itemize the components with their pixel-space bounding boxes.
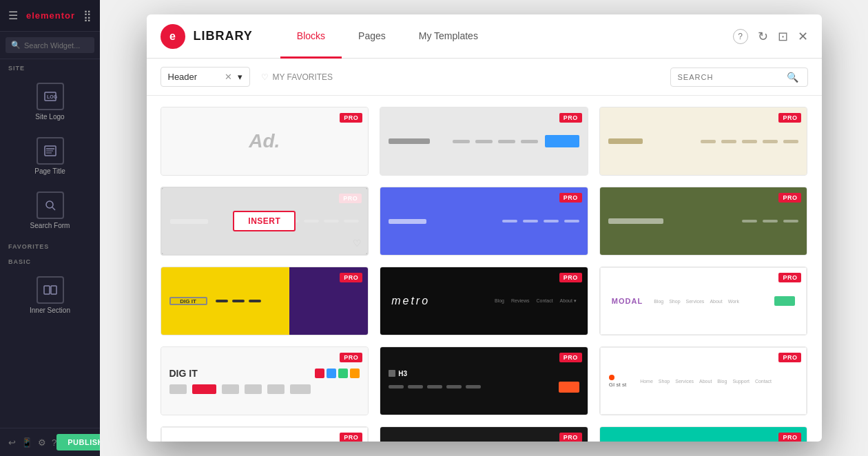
template-card-2-inner [380, 107, 588, 175]
template-card-13[interactable]: metro Blog Reviews Contact About [161, 426, 369, 442]
template-card-2[interactable]: PRO [380, 107, 588, 176]
pro-badge-13: PRO [340, 433, 362, 442]
pro-badge-7: PRO [340, 273, 362, 282]
template-visual-2 [380, 107, 588, 175]
inner-section-icon [37, 276, 64, 304]
modal-close-icon[interactable]: ✕ [798, 29, 808, 44]
template-card-7[interactable]: DIG IT PRO [161, 267, 369, 335]
page-title-icon [37, 137, 64, 165]
template-card-4[interactable]: INSERT ♡ PRO [161, 187, 369, 256]
template-card-3-inner [600, 107, 807, 175]
search-widget-container: 🔍 [6, 37, 94, 53]
template-card-6[interactable]: PRO [599, 187, 808, 256]
hamburger-icon[interactable]: ☰ [8, 9, 18, 22]
pro-badge-8: PRO [559, 273, 582, 282]
category-clear-icon[interactable]: ✕ [225, 72, 232, 82]
modal-toolbar: Header ✕ ▾ ♡ MY FAVORITES 🔍 [147, 59, 822, 96]
favorites-section-label: FAVORITES [0, 238, 100, 253]
modal-refresh-icon[interactable]: ↻ [758, 29, 768, 44]
pro-badge-6: PRO [778, 193, 801, 203]
sidebar-item-site-logo-label: Site Logo [35, 113, 64, 121]
sidebar-item-search-form[interactable]: Search Form [4, 185, 96, 236]
modal-logo-letter: e [169, 30, 176, 43]
modal-content: Header ✕ ▾ ♡ MY FAVORITES 🔍 [147, 59, 822, 442]
template-card-15[interactable]: ✦ MAGEIN Home Services Contact About [599, 426, 808, 442]
template-visual-14: Darkside 📍 1130 Dog Hill Lane +94 783 06… [380, 427, 588, 442]
templates-search-input[interactable] [678, 73, 781, 81]
templates-search-icon[interactable]: 🔍 [787, 72, 798, 83]
insert-overlay: INSERT [162, 188, 368, 254]
template-card-8-inner: metro Blog Reviews Contact About ▾ [380, 267, 588, 335]
template-card-10[interactable]: DIG IT [161, 346, 369, 415]
template-card-4-inner: INSERT ♡ [162, 188, 368, 254]
svg-line-7 [52, 207, 55, 210]
template-card-13-inner: metro Blog Reviews Contact About [161, 427, 369, 442]
sidebar-bottom-bar: ↩ 📱 ⚙ ? PUBLISH [0, 428, 100, 456]
template-card-1-inner: Ad. [161, 107, 369, 175]
template-card-3[interactable]: PRO [599, 107, 808, 176]
category-label: Header [168, 72, 198, 82]
sidebar-item-page-title-label: Page Title [34, 167, 65, 175]
pro-badge-2: PRO [559, 113, 582, 123]
template-card-5[interactable]: PRO [380, 187, 588, 256]
search-magnifier-icon: 🔍 [11, 41, 21, 50]
grid-icon[interactable]: ⣿ [83, 9, 92, 22]
sidebar-item-inner-section-label: Inner Section [30, 307, 70, 314]
library-modal: e LIBRARY Blocks Pages My Templates ? ↻ … [147, 14, 822, 442]
tab-blocks[interactable]: Blocks [280, 15, 342, 59]
pro-badge-15: PRO [778, 433, 801, 442]
category-chevron-icon[interactable]: ▾ [238, 72, 242, 82]
template-visual-10: DIG IT [161, 347, 369, 415]
help-icon[interactable]: ? [52, 437, 56, 448]
editor-area: e LIBRARY Blocks Pages My Templates ? ↻ … [100, 0, 868, 456]
category-dropdown[interactable]: Header ✕ ▾ [161, 67, 250, 87]
sidebar-top-bar: ☰ elementor ⣿ [0, 0, 100, 32]
history-icon[interactable]: ↩ [8, 437, 16, 448]
sidebar-item-page-title[interactable]: Page Title [4, 130, 96, 182]
sidebar-item-site-logo[interactable]: LOGO Site Logo [4, 76, 96, 127]
modal-tabs: Blocks Pages My Templates [280, 14, 733, 58]
svg-rect-9 [51, 286, 56, 294]
pro-badge-9: PRO [778, 273, 801, 282]
template-card-11-inner: H3 [380, 347, 588, 415]
template-visual-9: MODAL Blog Shop Services About Work [600, 267, 807, 335]
pro-badge-3: PRO [778, 113, 801, 123]
search-form-icon [37, 191, 64, 219]
template-card-11[interactable]: H3 [380, 346, 588, 415]
search-widget-input[interactable] [24, 41, 89, 50]
template-card-6-inner [600, 187, 807, 255]
site-logo-icon: LOGO [37, 83, 64, 110]
modal-help-icon[interactable]: ? [733, 29, 748, 44]
template-card-5-inner [380, 187, 588, 255]
template-visual-13: metro Blog Reviews Contact About [161, 427, 369, 442]
insert-button[interactable]: INSERT [233, 211, 296, 231]
modal-save-icon[interactable]: ⊡ [778, 29, 788, 44]
template-visual-12: GI st st Home Shop Services About Blog S… [600, 347, 807, 415]
template-card-14[interactable]: Darkside 📍 1130 Dog Hill Lane +94 783 06… [380, 426, 588, 442]
template-visual-8: metro Blog Reviews Contact About ▾ [380, 267, 588, 335]
pro-badge-11: PRO [559, 353, 582, 362]
pro-badge-1: PRO [340, 113, 362, 123]
template-card-9[interactable]: MODAL Blog Shop Services About Work [599, 267, 808, 335]
tab-pages[interactable]: Pages [342, 15, 402, 59]
tab-my-templates[interactable]: My Templates [402, 15, 495, 59]
template-card-14-inner: Darkside 📍 1130 Dog Hill Lane +94 783 06… [380, 427, 588, 442]
template-card-1[interactable]: Ad. PRO [161, 107, 369, 176]
pro-badge-5: PRO [559, 193, 582, 203]
template-visual-5 [380, 187, 588, 255]
favorites-link[interactable]: ♡ MY FAVORITES [261, 72, 333, 82]
search-box: 🔍 [670, 68, 808, 87]
template-visual-15: ✦ MAGEIN Home Services Contact About [600, 427, 807, 442]
template-card-15-inner: ✦ MAGEIN Home Services Contact About [600, 427, 807, 442]
template-card-8[interactable]: metro Blog Reviews Contact About ▾ PRO [380, 267, 588, 335]
sidebar-item-search-form-label: Search Form [30, 222, 70, 229]
sidebar-item-inner-section[interactable]: Inner Section [4, 269, 96, 321]
template-4-heart-icon[interactable]: ♡ [353, 238, 362, 249]
favorites-label: MY FAVORITES [273, 72, 333, 82]
template-card-12[interactable]: GI st st Home Shop Services About Blog S… [599, 346, 808, 415]
template-visual-1: Ad. [161, 107, 369, 175]
responsive-icon[interactable]: 📱 [21, 437, 32, 448]
settings-icon[interactable]: ⚙ [38, 437, 46, 448]
template-card-9-inner: MODAL Blog Shop Services About Work [600, 267, 807, 335]
elementor-logo: elementor [26, 10, 75, 21]
